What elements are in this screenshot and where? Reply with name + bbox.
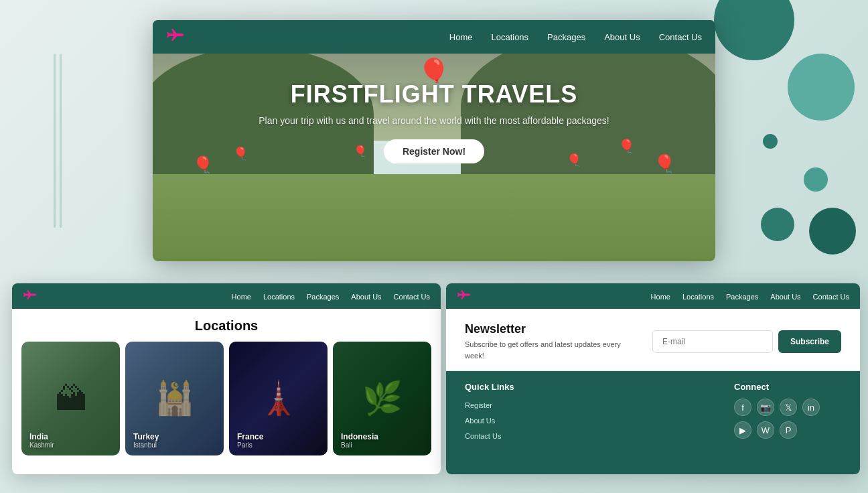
newsletter-section: Newsletter Subscribe to get offers and l… [446,309,860,371]
location-card-turkey[interactable]: 🕌 Turkey Istanbul [125,342,224,455]
subscribe-button[interactable]: Subscribe [778,330,841,353]
hero-nav-packages[interactable]: Packages [547,32,585,42]
quick-link-contact[interactable]: Contact Us [465,432,501,440]
locations-body: Locations 🏔 India Kashmir 🕌 [12,309,441,462]
footer-navbar: Home Locations Packages About Us Contact… [446,283,860,309]
locations-navbar: Home Locations Packages About Us Contact… [12,283,441,309]
france-region: Paris [237,441,263,449]
page-wrapper: Home Locations Packages About Us Contact… [0,0,868,493]
location-card-indonesia[interactable]: 🌿 Indonesia Bali [333,342,431,455]
loc-nav-about[interactable]: About Us [351,293,381,301]
quick-links-list: Register About Us Contact Us [465,399,514,441]
quick-link-register[interactable]: Register [465,401,492,409]
india-region: Kashmir [29,441,54,449]
footer-nav-locations[interactable]: Locations [682,293,714,301]
turkey-label: Turkey Istanbul [133,432,159,449]
hero-title: FIRSTFLIGHT TRAVELS [153,80,715,109]
twitter-icon[interactable]: 𝕏 [780,399,797,416]
indonesia-region: Bali [341,441,378,449]
newsletter-text: Newsletter Subscribe to get offers and l… [465,322,632,361]
hero-ground [153,174,715,261]
loc-nav-home[interactable]: Home [232,293,251,301]
loc-nav-locations[interactable]: Locations [263,293,295,301]
footer-nav-links: Home Locations Packages About Us Contact… [651,290,849,302]
indonesia-label: Indonesia Bali [341,432,378,449]
hero-navbar: Home Locations Packages About Us Contact… [153,20,715,54]
loc-nav-contact[interactable]: Contact Us [394,293,430,301]
facebook-icon[interactable]: f [734,399,751,416]
france-city: France [237,432,263,441]
youtube-icon[interactable]: ▶ [734,421,751,439]
connect-title: Connect [734,382,841,392]
locations-nav-links: Home Locations Packages About Us Contact… [232,290,430,302]
hero-nav-locations[interactable]: Locations [491,32,528,42]
india-city: India [29,432,54,441]
footer-nav-about[interactable]: About Us [770,293,800,301]
indonesia-city: Indonesia [341,432,378,441]
hero-nav-home[interactable]: Home [449,32,473,42]
newsletter-inner: Newsletter Subscribe to get offers and l… [465,322,841,361]
register-now-button[interactable]: Register Now! [384,139,484,163]
footer-body: Quick Links Register About Us Contact Us… [446,371,860,474]
pinterest-icon[interactable]: P [780,421,797,439]
wordpress-icon[interactable]: W [757,421,774,439]
turkey-region: Istanbul [133,441,159,449]
quick-link-about[interactable]: About Us [465,417,495,425]
location-cards: 🏔 India Kashmir 🕌 Turkey Istanbul [21,342,431,455]
location-card-india[interactable]: 🏔 India Kashmir [21,342,120,455]
turkey-city: Turkey [133,432,159,441]
hero-window: Home Locations Packages About Us Contact… [153,20,715,261]
footer-window: Home Locations Packages About Us Contact… [446,283,860,474]
hero-content: FIRSTFLIGHT TRAVELS Plan your trip with … [153,80,715,163]
newsletter-title: Newsletter [465,322,632,336]
hero-logo [166,28,184,46]
hero-nav-contact[interactable]: Contact Us [659,32,702,42]
hero-nav-about[interactable]: About Us [604,32,640,42]
footer-nav-contact[interactable]: Contact Us [813,293,849,301]
footer-nav-packages[interactable]: Packages [726,293,758,301]
footer-logo [457,289,470,303]
instagram-icon[interactable]: 📷 [757,399,774,416]
loc-nav-packages[interactable]: Packages [307,293,339,301]
locations-window: Home Locations Packages About Us Contact… [12,283,441,474]
hero-subtitle: Plan your trip with us and travel around… [153,115,715,126]
quick-links-col: Quick Links Register About Us Contact Us [465,382,514,472]
india-label: India Kashmir [29,432,54,449]
connect-col: Connect f 📷 𝕏 in ▶ W P [734,382,841,472]
linkedin-icon[interactable]: in [802,399,820,416]
hero-nav-links: Home Locations Packages About Us Contact… [449,31,702,43]
social-icons: f 📷 𝕏 in ▶ W P [734,399,841,439]
locations-title: Locations [21,318,431,334]
footer-nav-home[interactable]: Home [651,293,670,301]
location-card-france[interactable]: 🗼 France Paris [229,342,328,455]
locations-logo [23,289,36,303]
france-label: France Paris [237,432,263,449]
quick-links-title: Quick Links [465,382,514,392]
newsletter-form: Subscribe [652,330,841,353]
newsletter-description: Subscribe to get offers and latest updat… [465,339,632,361]
email-input[interactable] [652,330,773,353]
